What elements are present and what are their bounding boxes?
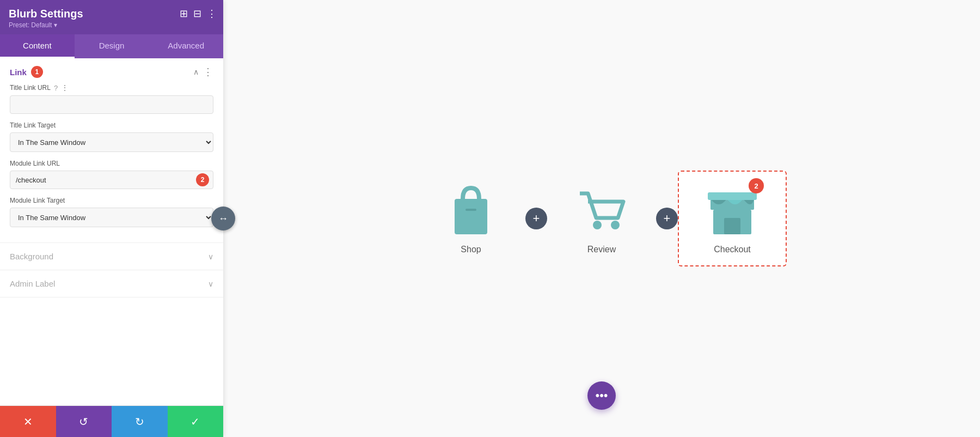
admin-label-label: Admin Label bbox=[10, 279, 55, 288]
review-label: Review bbox=[587, 245, 616, 254]
background-chevron-icon: ∨ bbox=[208, 252, 213, 261]
checkout-label: Checkout bbox=[714, 245, 751, 254]
module-link-url-field: Module Link URL 2 bbox=[10, 160, 213, 189]
module-link-target-select[interactable]: In The Same Window In A New Window bbox=[10, 208, 213, 227]
bottom-bar: ✕ ↺ ↻ ✓ bbox=[0, 405, 223, 437]
svg-point-2 bbox=[593, 221, 602, 229]
admin-label-chevron-icon: ∨ bbox=[208, 280, 213, 288]
collapse-link-btn[interactable]: ∧ bbox=[193, 68, 199, 76]
link-badge: 1 bbox=[31, 66, 43, 78]
module-link-url-badge: 2 bbox=[196, 173, 209, 186]
checkout-badge: 2 bbox=[749, 178, 764, 193]
shop-icon-wrap bbox=[444, 183, 498, 237]
module-link-url-wrapper: 2 bbox=[10, 171, 213, 189]
module-review[interactable]: Review bbox=[547, 172, 656, 265]
svg-rect-1 bbox=[465, 209, 476, 211]
module-link-url-input[interactable] bbox=[10, 171, 213, 189]
module-link-url-label: Module Link URL bbox=[10, 160, 213, 167]
expand-icon[interactable]: ⊞ bbox=[180, 8, 188, 20]
columns-icon[interactable]: ⊟ bbox=[193, 8, 201, 20]
undo-button[interactable]: ↺ bbox=[56, 406, 112, 437]
floating-dots-button[interactable]: ••• bbox=[587, 381, 616, 410]
title-link-url-input[interactable] bbox=[10, 95, 213, 114]
module-link-target-label: Module Link Target bbox=[10, 197, 213, 204]
bag-icon bbox=[446, 183, 495, 237]
tab-content[interactable]: Content bbox=[0, 34, 75, 58]
svg-rect-0 bbox=[455, 199, 487, 234]
resize-icon: ↔ bbox=[218, 213, 228, 224]
sidebar-content: Link 1 ∧ ⋮ Title Link URL ? ⋮ bbox=[0, 58, 223, 405]
sidebar: Blurb Settings Preset: Default ▾ ⊞ ⊟ ⋮ C… bbox=[0, 0, 223, 437]
title-link-target-field: Title Link Target In The Same Window In … bbox=[10, 122, 213, 152]
sidebar-header: Blurb Settings Preset: Default ▾ ⊞ ⊟ ⋮ bbox=[0, 0, 223, 34]
link-label: Link bbox=[10, 68, 27, 77]
link-section: Link 1 ∧ ⋮ Title Link URL ? ⋮ bbox=[0, 58, 223, 243]
section-title: Link 1 bbox=[10, 66, 43, 78]
help-icon[interactable]: ? bbox=[54, 84, 58, 92]
cancel-button[interactable]: ✕ bbox=[0, 406, 56, 437]
redo-button[interactable]: ↻ bbox=[112, 406, 168, 437]
title-link-url-label: Title Link URL ? ⋮ bbox=[10, 83, 213, 92]
section-actions: ∧ ⋮ bbox=[193, 66, 213, 78]
add-between-shop-review-button[interactable]: + bbox=[525, 208, 547, 229]
title-link-url-field: Title Link URL ? ⋮ bbox=[10, 83, 213, 114]
cart-icon bbox=[574, 183, 629, 237]
header-icons: ⊞ ⊟ ⋮ bbox=[180, 8, 217, 20]
more-icon[interactable]: ⋮ bbox=[207, 8, 217, 20]
module-shop[interactable]: Shop bbox=[416, 172, 525, 265]
background-section[interactable]: Background ∨ bbox=[0, 243, 223, 270]
drag-handle[interactable]: ↔ bbox=[211, 207, 235, 230]
link-options-btn[interactable]: ⋮ bbox=[203, 66, 213, 78]
admin-label-section[interactable]: Admin Label ∨ bbox=[0, 270, 223, 298]
main-content: Shop + Review + bbox=[223, 0, 980, 437]
svg-point-3 bbox=[611, 221, 620, 229]
tab-design[interactable]: Design bbox=[75, 34, 149, 58]
review-icon-wrap bbox=[574, 183, 629, 237]
background-label: Background bbox=[10, 252, 53, 261]
sidebar-preset[interactable]: Preset: Default ▾ bbox=[9, 21, 215, 29]
title-link-url-options[interactable]: ⋮ bbox=[61, 83, 69, 92]
title-link-target-select[interactable]: In The Same Window In A New Window bbox=[10, 132, 213, 152]
save-button[interactable]: ✓ bbox=[168, 406, 224, 437]
tab-advanced[interactable]: Advanced bbox=[149, 34, 223, 58]
add-between-review-checkout-button[interactable]: + bbox=[656, 208, 678, 229]
module-checkout[interactable]: 2 Checkout bbox=[678, 171, 787, 266]
module-link-target-field: Module Link Target In The Same Window In… bbox=[10, 197, 213, 227]
shop-label: Shop bbox=[461, 245, 481, 254]
modules-row: Shop + Review + bbox=[416, 171, 787, 266]
title-link-target-label: Title Link Target bbox=[10, 122, 213, 129]
checkout-icon-wrap: 2 bbox=[705, 183, 759, 237]
tabs: Content Design Advanced bbox=[0, 34, 223, 58]
section-header: Link 1 ∧ ⋮ bbox=[10, 66, 213, 78]
svg-rect-7 bbox=[708, 192, 757, 200]
svg-rect-6 bbox=[724, 218, 740, 234]
